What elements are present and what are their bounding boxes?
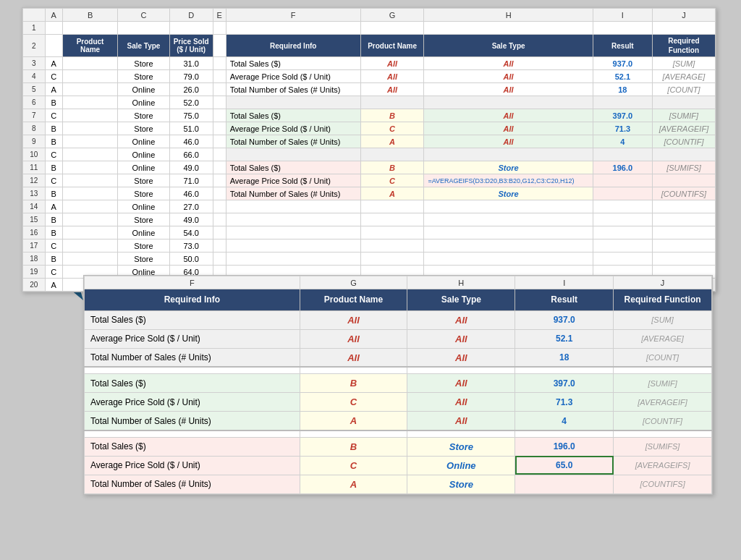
bottom-row-s1-1: Total Sales ($) All All 937.0 [SUM] xyxy=(85,310,712,329)
bottom-header-req-func: Required Function xyxy=(614,289,712,311)
header-sale-type: Sale Type xyxy=(118,35,169,57)
col-c: C xyxy=(118,9,169,22)
bottom-divider-2 xyxy=(85,430,712,438)
header-req-func: Required Function xyxy=(652,35,715,57)
bottom-spreadsheet: F G H I J Required Info Product Name Sal… xyxy=(83,275,713,495)
row-16: 16 B Online54.0 xyxy=(23,226,716,239)
bottom-col-header-row: F G H I J xyxy=(85,276,712,289)
bottom-table: F G H I J Required Info Product Name Sal… xyxy=(84,276,712,494)
header-result: Result xyxy=(593,35,652,57)
col-j: J xyxy=(652,9,715,22)
bottom-row-s2-3: Total Number of Sales (# Units) A All 4 … xyxy=(85,412,712,430)
bottom-row-s1-2: Average Price Sold ($ / Unit) All All 52… xyxy=(85,329,712,348)
bottom-row-s1-3: Total Number of Sales (# Units) All All … xyxy=(85,348,712,367)
header-sale-type-2: Sale Type xyxy=(424,35,593,57)
bottom-row-s2-2: Average Price Sold ($ / Unit) C All 71.3… xyxy=(85,393,712,412)
row-12: 12 C Store 71.0 Average Price Sold ($ / … xyxy=(23,174,716,187)
row-10: 10 C Online 66.0 xyxy=(23,148,716,161)
col-f: F xyxy=(226,9,360,22)
bottom-row-s3-3: Total Number of Sales (# Units) A Store … xyxy=(85,475,712,493)
col-g: G xyxy=(360,9,424,22)
bottom-header-required-info: Required Info xyxy=(85,289,300,311)
row-3: 3 A Store 31.0 Total Sales ($) All All 9… xyxy=(23,57,716,70)
col-a: A xyxy=(45,9,62,22)
col-header-row: A B C D E F G H I J xyxy=(23,9,716,22)
row-15: 15 B Store49.0 xyxy=(23,213,716,226)
row-11: 11 B Online 49.0 Total Sales ($) B Store… xyxy=(23,161,716,174)
row-14: 14 A Online27.0 xyxy=(23,200,716,213)
bottom-row-s3-1: Total Sales ($) B Store 196.0 [SUMIFS] xyxy=(85,437,712,456)
bottom-col-i: I xyxy=(515,276,614,289)
row-2: 2 Product Name Sale Type Price Sold ($ /… xyxy=(23,35,716,57)
col-d: D xyxy=(169,9,213,22)
rownum-1: 1 xyxy=(23,22,46,35)
header-required-info: Required Info xyxy=(226,35,360,57)
corner-cell xyxy=(23,9,46,22)
row-13: 13 B Store 46.0 Total Number of Sales (#… xyxy=(23,187,716,200)
bottom-header-result: Result xyxy=(515,289,614,311)
bottom-row-s2-1: Total Sales ($) B All 397.0 [SUMIF] xyxy=(85,374,712,393)
header-price-sold: Price Sold ($ / Unit) xyxy=(169,35,213,57)
row-1: 1 xyxy=(23,22,716,35)
row-7: 7 C Store 75.0 Total Sales ($) B All 397… xyxy=(23,109,716,122)
bottom-row-s3-2: Average Price Sold ($ / Unit) C Online 6… xyxy=(85,456,712,475)
selected-result-cell[interactable]: 65.0 xyxy=(515,456,614,475)
bottom-col-f: F xyxy=(85,276,300,289)
row-9: 9 B Online 46.0 Total Number of Sales (#… xyxy=(23,135,716,148)
row-18: 18 B Store50.0 xyxy=(23,253,716,266)
bottom-header-sale-type: Sale Type xyxy=(407,289,515,311)
row-17: 17 C Store73.0 xyxy=(23,239,716,253)
row-4: 4 C Store 79.0 Average Price Sold ($ / U… xyxy=(23,70,716,83)
top-spreadsheet: A B C D E F G H I J 1 2 P xyxy=(22,7,716,292)
col-h: H xyxy=(424,9,593,22)
bottom-header-product-name: Product Name xyxy=(300,289,407,311)
col-b: B xyxy=(62,9,118,22)
bottom-header-row: Required Info Product Name Sale Type Res… xyxy=(85,289,712,311)
bottom-divider-1 xyxy=(85,367,712,374)
bottom-col-g: G xyxy=(300,276,407,289)
row-8: 8 B Store 51.0 Average Price Sold ($ / U… xyxy=(23,122,716,135)
bottom-col-j: J xyxy=(614,276,712,289)
header-product-name: Product Name xyxy=(62,35,118,57)
bottom-col-h: H xyxy=(407,276,515,289)
top-table: A B C D E F G H I J 1 2 P xyxy=(22,8,716,292)
header-product-name-2: Product Name xyxy=(360,35,424,57)
col-e: E xyxy=(213,9,226,22)
formula-cell: =AVERAGEIFS(D3:D20,B3:B20,G12,C3:C20,H12… xyxy=(424,174,593,187)
col-i: I xyxy=(593,9,652,22)
row-6: 6 B Online 52.0 xyxy=(23,96,716,109)
row-5: 5 A Online 26.0 Total Number of Sales (#… xyxy=(23,83,716,96)
